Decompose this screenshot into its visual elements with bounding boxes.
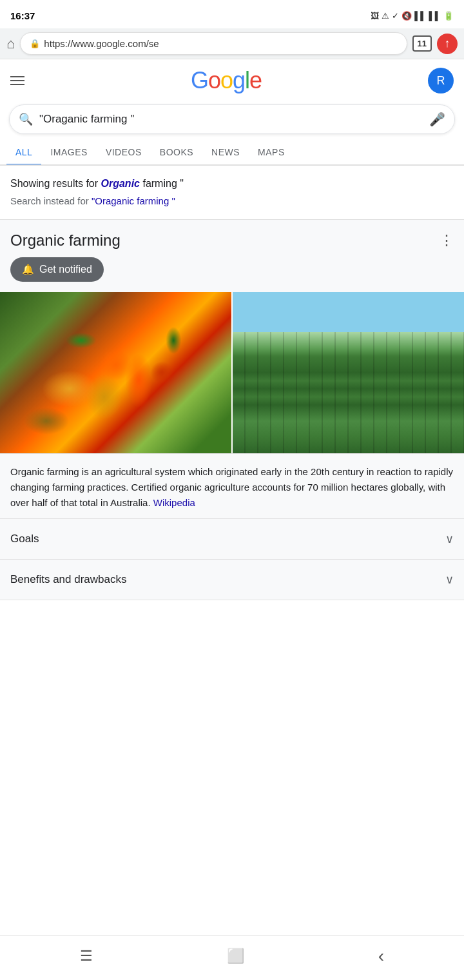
corrected-after: farming " [140, 178, 184, 189]
logo-g2: g [233, 67, 245, 93]
get-notified-button[interactable]: 🔔 Get notified [10, 257, 104, 282]
tab-videos[interactable]: VIDEOS [97, 141, 151, 164]
signal-icon: ▌▌ [414, 11, 426, 21]
hamburger-line3 [10, 84, 24, 85]
url-text: https://www.google.com/se [44, 38, 159, 49]
image-slot-vegetables[interactable] [0, 292, 233, 453]
goals-chevron-icon: ∨ [445, 532, 454, 546]
kp-description: Organic farming is an agricultural syste… [0, 453, 464, 518]
mute-icon: 🔇 [401, 11, 412, 21]
search-tabs: ALL IMAGES VIDEOS BOOKS NEWS MAPS [0, 141, 464, 166]
tab-images[interactable]: IMAGES [41, 141, 96, 164]
benefits-chevron-icon: ∨ [445, 573, 454, 587]
tab-all[interactable]: ALL [6, 141, 41, 166]
nav-home-icon[interactable]: ⬜ [227, 948, 244, 965]
nav-menu-icon[interactable]: ☰ [80, 948, 93, 965]
search-bar[interactable]: 🔍 "Oraganic farming " 🎤 [9, 104, 455, 134]
microphone-icon[interactable]: 🎤 [429, 112, 445, 127]
nav-back-icon[interactable]: ‹ [378, 946, 384, 966]
vegetables-image [0, 292, 231, 453]
hamburger-menu[interactable] [10, 76, 24, 85]
corrected-link[interactable]: Organic [101, 178, 140, 189]
url-bar[interactable]: 🔒 https://www.google.com/se [20, 32, 407, 55]
accordion-goals[interactable]: Goals ∨ [0, 518, 464, 559]
lock-icon: 🔒 [30, 39, 40, 48]
search-icon: 🔍 [19, 112, 33, 126]
benefits-label: Benefits and drawbacks [10, 573, 127, 586]
avatar[interactable]: R [428, 68, 454, 93]
warning-icon: ⚠ [382, 11, 389, 21]
logo-g: G [191, 67, 208, 93]
accordion-benefits[interactable]: Benefits and drawbacks ∨ [0, 559, 464, 600]
status-icons: 🖼 ⚠ ✓ 🔇 ▌▌ ▌▌ 🔋 [371, 11, 454, 21]
status-time: 16:37 [10, 10, 35, 21]
signal2-icon: ▌▌ [429, 11, 441, 21]
hamburger-line1 [10, 76, 24, 77]
inbox-icon: ✓ [392, 11, 399, 21]
logo-o1: o [208, 67, 220, 93]
tab-news[interactable]: NEWS [202, 141, 249, 164]
spell-correction: Showing results for Organic farming " Se… [0, 166, 464, 214]
update-button[interactable]: ↑ [437, 34, 458, 54]
photo-icon: 🖼 [371, 11, 379, 21]
logo-l: l [245, 67, 249, 93]
bell-icon: 🔔 [22, 264, 34, 275]
tab-maps[interactable]: MAPS [249, 141, 294, 164]
corrected-bold: Organic [101, 178, 140, 189]
logo-o2: o [220, 67, 233, 93]
home-icon[interactable]: ⌂ [6, 35, 15, 52]
logo-e: e [249, 67, 262, 93]
farm-field-image [233, 292, 464, 453]
search-input[interactable]: "Oraganic farming " [39, 113, 429, 126]
image-strip [0, 292, 464, 453]
tab-count-button[interactable]: 11 [412, 35, 432, 52]
browser-bar: ⌂ 🔒 https://www.google.com/se 11 ↑ [0, 28, 464, 59]
status-bar: 16:37 🖼 ⚠ ✓ 🔇 ▌▌ ▌▌ 🔋 [0, 0, 464, 28]
showing-text: Showing results for [10, 178, 101, 189]
hamburger-line2 [10, 80, 24, 81]
image-slot-field[interactable] [233, 292, 464, 453]
knowledge-panel: Organic farming ⋮ 🔔 Get notified Organic… [0, 219, 464, 600]
battery-icon: 🔋 [443, 11, 454, 21]
goals-label: Goals [10, 533, 39, 545]
google-header: Google R [0, 59, 464, 102]
tab-books[interactable]: BOOKS [151, 141, 202, 164]
up-arrow-icon: ↑ [445, 37, 450, 50]
more-options-button[interactable]: ⋮ [440, 232, 454, 249]
wikipedia-link[interactable]: Wikipedia [153, 497, 195, 508]
kp-title: Organic farming [10, 231, 121, 250]
kp-header: Organic farming ⋮ [0, 220, 464, 257]
description-text: Organic farming is an agricultural syste… [10, 466, 453, 508]
instead-link[interactable]: "Oraganic farming " [92, 195, 175, 206]
instead-text: Search instead for "Oraganic farming " [10, 194, 454, 209]
bottom-nav: ☰ ⬜ ‹ [0, 935, 464, 980]
get-notified-label: Get notified [39, 264, 92, 275]
google-logo: Google [191, 67, 262, 94]
